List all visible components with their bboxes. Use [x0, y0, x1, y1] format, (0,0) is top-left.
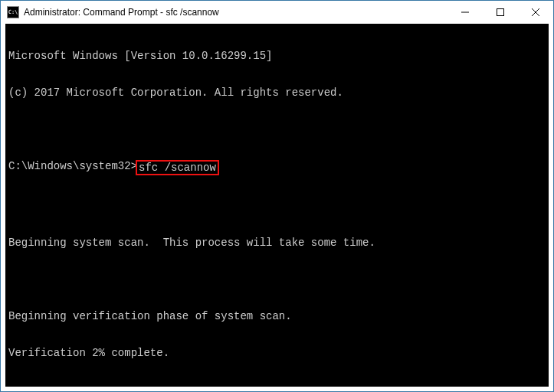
minimize-icon	[461, 8, 469, 16]
close-icon	[532, 8, 539, 16]
console-prompt-line: C:\Windows\system32>sfc /scannow	[8, 160, 546, 175]
svg-rect-1	[497, 9, 504, 16]
window-title: Administrator: Command Prompt - sfc /sca…	[24, 7, 447, 18]
maximize-icon	[497, 8, 504, 16]
console-area[interactable]: Microsoft Windows [Version 10.0.16299.15…	[1, 24, 553, 391]
console-output-line: (c) 2017 Microsoft Corporation. All righ…	[8, 87, 546, 99]
console-output-line: Beginning system scan. This process will…	[8, 237, 546, 249]
cmd-icon: C:\	[7, 6, 19, 18]
command-prompt-window: C:\ Administrator: Command Prompt - sfc …	[0, 0, 554, 392]
titlebar[interactable]: C:\ Administrator: Command Prompt - sfc …	[1, 1, 553, 24]
window-controls	[447, 1, 553, 24]
console-output-line: Beginning verification phase of system s…	[8, 310, 546, 322]
minimize-button[interactable]	[447, 1, 483, 24]
blank-line	[8, 200, 546, 212]
console-output-line: Verification 2% complete.	[8, 347, 546, 359]
console-output-line: Microsoft Windows [Version 10.0.16299.15…	[8, 50, 546, 62]
prompt-text: C:\Windows\system32>	[8, 160, 137, 175]
cmd-icon-text: C:\	[8, 9, 18, 15]
highlighted-command: sfc /scannow	[136, 160, 219, 175]
maximize-button[interactable]	[483, 1, 518, 24]
blank-line	[8, 273, 546, 286]
blank-line	[8, 123, 546, 136]
close-button[interactable]	[518, 1, 553, 24]
